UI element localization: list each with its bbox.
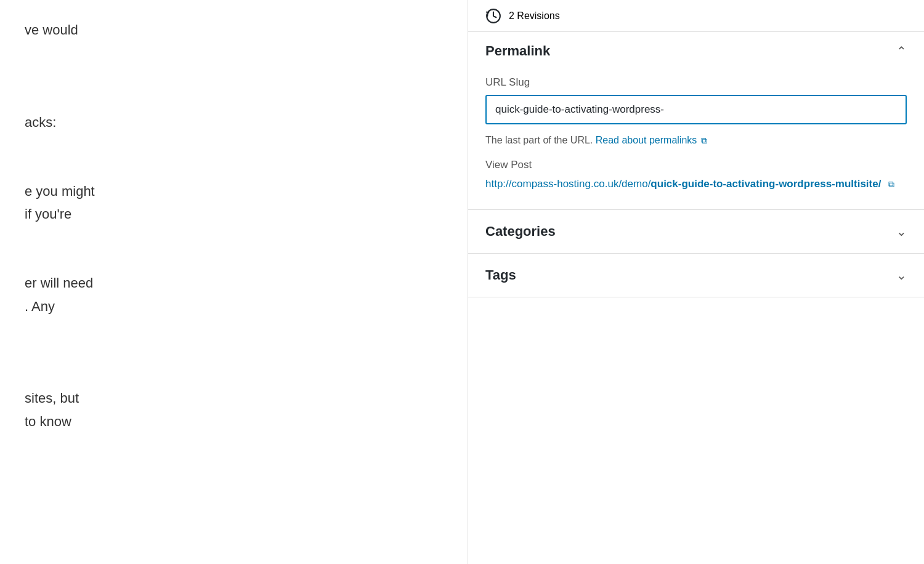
url-slug-input[interactable] [485, 95, 907, 124]
text-line-8: to know [25, 410, 443, 433]
permalink-section: Permalink ⌃ URL Slug The last part of th… [468, 32, 924, 210]
article-content: ve would acks: e you might if you're er … [0, 0, 468, 564]
categories-section: Categories ⌄ [468, 210, 924, 254]
tags-section: Tags ⌄ [468, 254, 924, 297]
chevron-down-icon-tags: ⌄ [896, 268, 907, 283]
sidebar-panel: 2 Revisions Permalink ⌃ URL Slug The las… [468, 0, 924, 564]
text-line-2: acks: [25, 111, 443, 134]
clock-icon [485, 8, 501, 24]
revisions-bar[interactable]: 2 Revisions [468, 0, 924, 32]
tags-title: Tags [485, 267, 516, 283]
help-text-prefix: The last part of the URL. [485, 135, 596, 145]
external-link-icon: ⧉ [701, 134, 707, 147]
view-post-label: View Post [485, 159, 907, 171]
permalink-header[interactable]: Permalink ⌃ [468, 32, 924, 70]
revisions-label: 2 Revisions [509, 10, 560, 22]
view-post-external-icon: ⧉ [888, 178, 894, 191]
text-line-3: e you might [25, 180, 443, 203]
permalink-body: URL Slug The last part of the URL. Read … [468, 70, 924, 209]
read-about-permalinks-link[interactable]: Read about permalinks ⧉ [596, 135, 707, 145]
view-post-slug: quick-guide-to-activating-wordpress-mult… [650, 178, 881, 190]
tags-header[interactable]: Tags ⌄ [468, 254, 924, 297]
chevron-down-icon-categories: ⌄ [896, 224, 907, 239]
categories-title: Categories [485, 224, 556, 240]
text-line-7: sites, but [25, 387, 443, 409]
text-line-5: er will need [25, 272, 443, 294]
view-post-link[interactable]: http://compass-hosting.co.uk/demo/quick-… [485, 178, 894, 190]
view-post-base: http://compass-hosting.co.uk/demo/ [485, 178, 650, 190]
view-post-url: http://compass-hosting.co.uk/demo/quick-… [485, 176, 907, 192]
categories-header[interactable]: Categories ⌄ [468, 210, 924, 253]
url-slug-label: URL Slug [485, 76, 907, 89]
text-line-1: ve would [25, 18, 443, 41]
permalink-title: Permalink [485, 43, 550, 59]
text-line-4: if you're [25, 203, 443, 225]
chevron-up-icon: ⌃ [896, 44, 907, 58]
text-line-6: . Any [25, 295, 443, 318]
permalink-help-text: The last part of the URL. Read about per… [485, 133, 907, 148]
